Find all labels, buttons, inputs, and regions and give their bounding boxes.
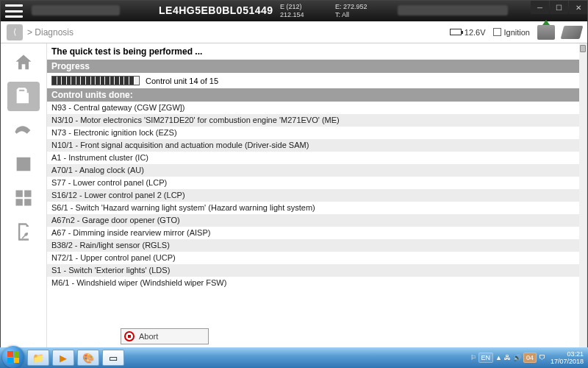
redacted-region	[398, 5, 508, 15]
control-unit-row[interactable]: B38/2 - Rain/light sensor (RGLS)	[47, 239, 587, 252]
system-tray: ⚐ EN ▲ 🖧 🔊 04 ⛉ 03:21 17/07/2018	[470, 347, 589, 368]
voltage-value: 12.6V	[465, 28, 486, 37]
abort-button[interactable]: Abort	[121, 328, 209, 344]
control-unit-row[interactable]: S6/1 - Switch 'Hazard warning light syst…	[47, 202, 587, 214]
back-chip-icon[interactable]: ⟨	[7, 24, 23, 40]
rail-diagnosis-icon[interactable]	[7, 82, 40, 111]
abort-label: Abort	[139, 332, 158, 341]
control-unit-row[interactable]: S77 - Lower control panel (LCP)	[47, 177, 587, 189]
vin-label: LE4HG5EB0BL051449	[159, 4, 273, 16]
close-button[interactable]: ✕	[569, 1, 587, 14]
rail-grid-icon[interactable]	[7, 183, 40, 213]
engine-line2: T: All	[335, 11, 368, 19]
export-printer-icon[interactable]	[537, 25, 555, 40]
control-unit-row[interactable]: A1 - Instrument cluster (IC)	[47, 152, 587, 164]
control-unit-row[interactable]: N93 - Central gateway (CGW [ZGW])	[47, 102, 587, 114]
battery-icon	[450, 29, 462, 35]
hamburger-menu-icon[interactable]	[5, 4, 23, 18]
start-button[interactable]	[2, 346, 24, 368]
checkbox-box-icon	[493, 28, 501, 36]
tray-clock[interactable]: 03:21 17/07/2018	[551, 350, 584, 365]
progress-header: Progress	[47, 60, 587, 73]
content-area: The quick test is being performed ... Pr…	[1, 43, 587, 347]
window-controls: ─ ☐ ✕	[530, 1, 587, 14]
titlebar: LE4HG5EB0BL051449 E (212) 212.154 E: 272…	[1, 1, 587, 21]
control-unit-row[interactable]: M6/1 - Windshield wiper (Windshield wipe…	[47, 277, 587, 289]
ignition-checkbox[interactable]: Ignition	[493, 28, 530, 37]
minimize-button[interactable]: ─	[531, 1, 549, 14]
task-explorer-icon[interactable]: 📁	[27, 350, 49, 366]
tray-network-icon[interactable]: 🖧	[504, 354, 511, 361]
control-unit-list: N93 - Central gateway (CGW [ZGW])N3/10 -…	[47, 102, 587, 347]
clock-time: 03:21	[551, 350, 584, 358]
control-unit-row[interactable]: N3/10 - Motor electronics 'SIM271DE20' f…	[47, 114, 587, 127]
tray-wifi-icon[interactable]: ▲	[495, 354, 502, 361]
tray-shield-icon[interactable]: ⛉	[539, 354, 545, 361]
scrollbar-track[interactable]	[579, 43, 587, 347]
main-panel: The quick test is being performed ... Pr…	[46, 43, 587, 347]
task-app-icon[interactable]: ▭	[102, 350, 124, 366]
rail-doc-wrench-icon[interactable]	[7, 217, 40, 247]
model-line1: E (212)	[280, 3, 304, 11]
control-unit-row[interactable]: A70/1 - Analog clock (AU)	[47, 164, 587, 177]
control-unit-row[interactable]: S16/12 - Lower control panel 2 (LCP)	[47, 189, 587, 202]
redacted-region	[32, 5, 120, 15]
tray-badge[interactable]: 04	[523, 353, 537, 363]
control-unit-row[interactable]: S1 - Switch 'Exterior lights' (LDS)	[47, 264, 587, 277]
tray-language[interactable]: EN	[478, 353, 494, 363]
engine-info: E: 272.952 T: All	[335, 3, 368, 19]
scrollbar-thumb[interactable]	[580, 45, 586, 52]
breadcrumb-bar: ⟨ > Diagnosis 12.6V Ignition	[1, 21, 587, 43]
battery-voltage: 12.6V	[450, 28, 486, 37]
clock-date: 17/07/2018	[551, 358, 584, 365]
progress-row: Control unit 14 of 15	[47, 73, 587, 88]
control-unit-row[interactable]: N10/1 - Front signal acquisition and act…	[47, 139, 587, 152]
engine-line1: E: 272.952	[335, 3, 368, 11]
windows-taskbar: 📁 ▶ 🎨 ▭ ⚐ EN ▲ 🖧 🔊 04 ⛉ 03:21 17/07/2018	[0, 347, 588, 368]
breadcrumb: > Diagnosis	[27, 27, 74, 38]
control-unit-row[interactable]: N72/1 - Upper control panel (UCP)	[47, 252, 587, 264]
maximize-button[interactable]: ☐	[550, 1, 568, 14]
windows-logo-icon	[7, 351, 19, 363]
progress-bar	[51, 76, 140, 85]
task-media-icon[interactable]: ▶	[52, 350, 74, 366]
tray-flag-icon[interactable]: ⚐	[470, 354, 476, 361]
stop-icon	[124, 331, 135, 342]
tray-volume-icon[interactable]: 🔊	[513, 354, 521, 361]
ignition-label: Ignition	[504, 28, 530, 37]
done-header: Control units done:	[47, 88, 587, 102]
progress-label: Control unit 14 of 15	[146, 77, 218, 85]
model-line2: 212.154	[280, 11, 304, 19]
status-title: The quick test is being performed ...	[47, 43, 587, 60]
rail-home-icon[interactable]	[7, 48, 40, 77]
manual-book-icon[interactable]	[561, 26, 584, 39]
app-window: LE4HG5EB0BL051449 E (212) 212.154 E: 272…	[0, 0, 588, 348]
control-unit-row[interactable]: N73 - Electronic ignition lock (EZS)	[47, 127, 587, 139]
control-unit-row[interactable]: A67 - Dimming inside rearview mirror (AI…	[47, 227, 587, 239]
model-info: E (212) 212.154	[280, 3, 304, 19]
rail-help-icon[interactable]	[7, 116, 40, 145]
rail-list-icon[interactable]	[7, 149, 40, 179]
side-rail	[1, 43, 46, 347]
control-unit-row[interactable]: A67n2 - Garage door opener (GTO)	[47, 214, 587, 227]
task-paint-icon[interactable]: 🎨	[77, 350, 99, 366]
